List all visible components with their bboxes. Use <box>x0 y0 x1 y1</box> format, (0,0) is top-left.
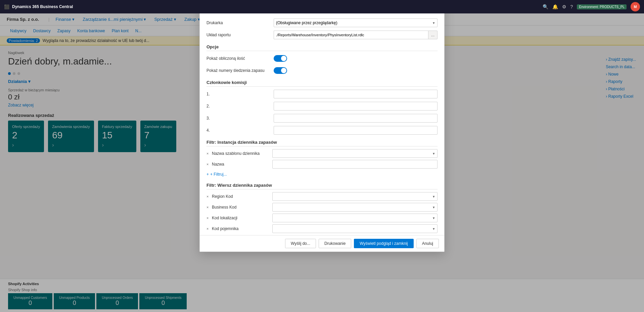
help-icon[interactable]: ? <box>570 4 573 9</box>
filtr-instancja-2-input[interactable] <box>272 160 438 169</box>
add-filter-instancja-icon: + <box>206 172 209 177</box>
filtr-wiersz-1-select-wrapper <box>272 192 438 201</box>
filtr-wiersz-2-x[interactable]: × <box>206 205 212 209</box>
filtr-wiersz-4-select-wrapper <box>272 224 438 233</box>
filtr-wiersz-2-label: Business Kod <box>212 205 272 210</box>
main-background: Firma Sp. z o.o. | Finanse ▾ Zarządzanie… <box>0 13 644 312</box>
filtr-instancja-1-x[interactable]: × <box>206 151 212 155</box>
pokaz-numery-toggle[interactable] <box>274 67 287 74</box>
modal-lista-inwentaryzacji: Lista inwentaryzacji 📌 ⛶ ✕ Drukarka (Obs… <box>199 13 445 252</box>
filtr-instancja-1-label: Nazwa szablonu dziennika <box>212 151 272 156</box>
uklad-input-wrapper: … <box>274 31 438 39</box>
filtr-wiersz-3-select[interactable] <box>272 214 438 222</box>
app-title-area: ⬛ Dynamics 365 Business Central <box>4 4 73 9</box>
top-bar: ⬛ Dynamics 365 Business Central 🔍 🔔 ⚙ ? … <box>0 0 644 13</box>
filtr-wiersz-2-select[interactable] <box>272 203 438 212</box>
app-logo: ⬛ <box>4 4 9 9</box>
drukarka-label: Drukarka <box>206 20 274 25</box>
filtr-wiersz-2-select-wrapper <box>272 203 438 212</box>
member-4-input[interactable] <box>274 126 438 135</box>
env-badge: Environment: PRODUCTS_PL <box>577 4 627 9</box>
filtr-wiersz-3-label: Kod lokalizacji <box>212 216 272 220</box>
filtr-wiersz-1-select[interactable] <box>272 192 438 201</box>
filtr-wiersz-2: × Business Kod <box>206 203 438 212</box>
filtr-instancja-2: × Nazwa <box>206 160 438 169</box>
member-3-row: 3. <box>206 114 438 123</box>
filtr-wiersz-4-label: Kod pojemnika <box>212 226 272 231</box>
member-3-input[interactable] <box>274 114 438 123</box>
member-4-number: 4. <box>206 128 274 133</box>
filtr-wiersz-1-label: Region Kod <box>212 194 272 199</box>
czlonkowie-header: Członkowie komisji <box>206 80 438 87</box>
member-2-row: 2. <box>206 101 438 111</box>
filtr-instancja-1-select[interactable] <box>272 149 438 158</box>
filtr-instancja-2-x[interactable]: × <box>206 162 212 166</box>
top-bar-right: 🔍 🔔 ⚙ ? Environment: PRODUCTS_PL M <box>543 2 640 11</box>
member-1-row: 1. <box>206 89 438 99</box>
member-1-number: 1. <box>206 92 274 96</box>
env-label: Environment: <box>579 5 599 9</box>
print-button[interactable]: Drukowanie <box>319 239 351 248</box>
member-1-input[interactable] <box>274 90 438 98</box>
filtr-wiersz-3-x[interactable]: × <box>206 216 212 220</box>
filtr-instancja-1-select-wrapper <box>272 149 438 158</box>
uklad-row: Układ raportu … <box>206 30 438 40</box>
drukarka-row: Drukarka (Obsługiwane przez przeglądarkę… <box>206 18 438 28</box>
opcje-header: Opcje <box>206 44 438 51</box>
user-initials: M <box>634 5 637 9</box>
preview-button[interactable]: Wyświetl podgląd i zamknij <box>354 239 413 248</box>
send-button[interactable]: Wyślij do... <box>285 239 316 248</box>
pokaz-numery-label: Pokaż numery śledzenia zapasu <box>206 68 274 73</box>
uklad-label: Układ raportu <box>206 33 274 37</box>
cancel-button[interactable]: Anuluj <box>416 239 439 248</box>
modal-body: Drukarka (Obsługiwane przez przeglądarkę… <box>200 13 444 235</box>
member-3-number: 3. <box>206 116 274 121</box>
filtr-wiersz-header: Filtr: Wiersz dziennika zapasów <box>206 183 438 189</box>
env-name: PRODUCTS_PL <box>600 5 625 9</box>
modal-overlay: Lista inwentaryzacji 📌 ⛶ ✕ Drukarka (Obs… <box>0 13 644 312</box>
user-avatar[interactable]: M <box>631 2 640 11</box>
filtr-instancja-2-label: Nazwa <box>212 162 272 167</box>
drukarka-select-wrapper: (Obsługiwane przez przeglądarkę) <box>274 18 438 27</box>
notifications-icon[interactable]: 🔔 <box>552 4 558 9</box>
pokaz-numery-row: Pokaż numery śledzenia zapasu <box>206 66 438 75</box>
drukarka-select[interactable]: (Obsługiwane przez przeglądarkę) <box>274 18 438 27</box>
pokaz-obliczona-toggle[interactable] <box>274 55 287 62</box>
member-2-input[interactable] <box>274 102 438 110</box>
member-4-row: 4. <box>206 126 438 135</box>
pokaz-obliczona-label: Pokaż obliczoną ilość <box>206 56 274 61</box>
filtr-wiersz-1: × Region Kod <box>206 192 438 201</box>
member-2-number: 2. <box>206 104 274 108</box>
add-filter-instancja-label: + Filtruj... <box>210 172 227 177</box>
app-title: Dynamics 365 Business Central <box>12 4 73 9</box>
filtr-wiersz-1-x[interactable]: × <box>206 194 212 198</box>
uklad-input[interactable] <box>274 31 428 39</box>
filtr-wiersz-4-x[interactable]: × <box>206 227 212 231</box>
filtr-wiersz-4-select[interactable] <box>272 224 438 233</box>
pokaz-obliczona-row: Pokaż obliczoną ilość <box>206 54 438 63</box>
uklad-browse-button[interactable]: … <box>428 31 438 39</box>
settings-icon[interactable]: ⚙ <box>562 4 566 9</box>
filtr-wiersz-3: × Kod lokalizacji <box>206 214 438 222</box>
modal-footer: Wyślij do... Drukowanie Wyświetl podgląd… <box>200 235 444 252</box>
filtr-wiersz-4: × Kod pojemnika <box>206 224 438 233</box>
filtr-instancja-header: Filtr: Instancja dziennika zapasów <box>206 140 438 146</box>
filtr-wiersz-3-select-wrapper <box>272 214 438 222</box>
add-filter-instancja-button[interactable]: + + Filtruj... <box>206 171 227 178</box>
filtr-instancja-1: × Nazwa szablonu dziennika <box>206 149 438 158</box>
search-icon[interactable]: 🔍 <box>543 4 548 9</box>
